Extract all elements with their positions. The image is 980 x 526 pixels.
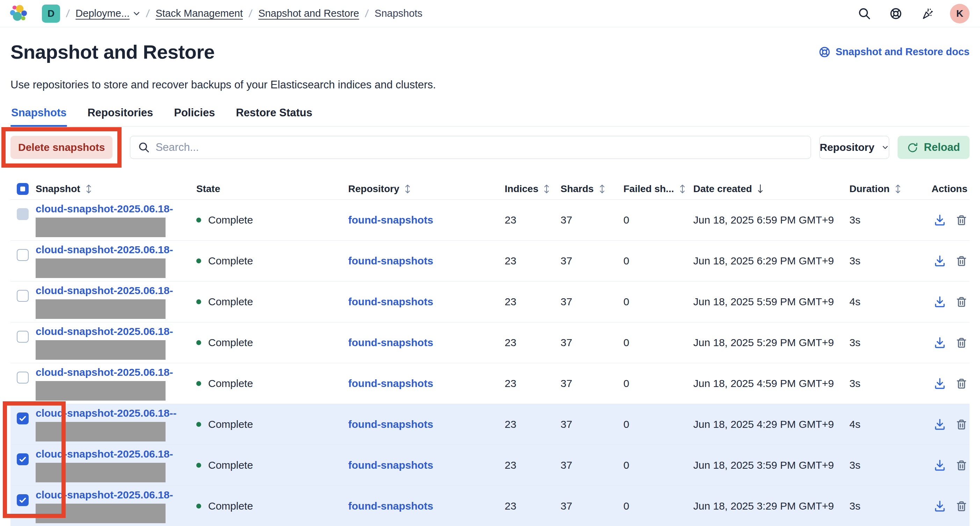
duration: 4s: [850, 281, 924, 322]
column-header-shards[interactable]: Shards: [560, 183, 624, 195]
row-checkbox[interactable]: [17, 494, 29, 506]
delete-icon[interactable]: [956, 418, 967, 430]
duration: 3s: [850, 200, 924, 240]
delete-icon[interactable]: [956, 378, 967, 389]
repository-link[interactable]: found-snapshots: [348, 214, 433, 226]
breadcrumb-separator: /: [364, 8, 369, 19]
table-row[interactable]: cloud-snapshot-2025.06.18- Complete foun…: [11, 200, 969, 241]
delete-snapshots-button[interactable]: Delete snapshots: [11, 136, 113, 159]
duration: 3s: [850, 445, 924, 485]
page-description: Use repositories to store and recover ba…: [11, 79, 969, 91]
download-icon[interactable]: [934, 500, 946, 512]
tab-policies[interactable]: Policies: [173, 106, 215, 126]
column-header-duration[interactable]: Duration: [850, 183, 924, 195]
shards-count: 37: [560, 363, 624, 404]
row-checkbox[interactable]: [17, 372, 29, 383]
download-icon[interactable]: [934, 255, 946, 267]
column-header-date[interactable]: Date created: [693, 183, 850, 195]
docs-link[interactable]: Snapshot and Restore docs: [819, 46, 969, 58]
repository-link[interactable]: found-snapshots: [348, 337, 433, 348]
row-checkbox[interactable]: [17, 413, 29, 424]
download-icon[interactable]: [934, 378, 946, 389]
help-icon: [819, 46, 830, 58]
repository-link[interactable]: found-snapshots: [348, 378, 433, 389]
row-checkbox[interactable]: [17, 331, 29, 343]
delete-icon[interactable]: [956, 337, 967, 348]
repository-link[interactable]: found-snapshots: [348, 500, 433, 512]
snapshot-link[interactable]: cloud-snapshot-2025.06.18-: [36, 489, 173, 501]
repository-link[interactable]: found-snapshots: [348, 255, 433, 267]
state-label: Complete: [208, 214, 253, 226]
table-row[interactable]: cloud-snapshot-2025.06.18-- Complete fou…: [11, 404, 969, 445]
column-header-repository[interactable]: Repository: [348, 183, 505, 195]
snapshot-link[interactable]: cloud-snapshot-2025.06.18-: [36, 203, 173, 215]
download-icon[interactable]: [934, 337, 946, 348]
snapshot-link[interactable]: cloud-snapshot-2025.06.18-: [36, 244, 173, 256]
snapshot-link[interactable]: cloud-snapshot-2025.06.18-: [36, 366, 173, 378]
news-icon[interactable]: [921, 7, 934, 20]
snapshot-link[interactable]: cloud-snapshot-2025.06.18-: [36, 326, 173, 337]
table-row[interactable]: cloud-snapshot-2025.06.18- Complete foun…: [11, 281, 969, 323]
indices-count: 23: [505, 281, 560, 322]
elastic-logo-icon[interactable]: [8, 4, 30, 24]
shards-count: 37: [560, 486, 624, 526]
reload-button[interactable]: Reload: [897, 136, 969, 159]
download-icon[interactable]: [934, 214, 946, 226]
tab-snapshots[interactable]: Snapshots: [11, 106, 67, 126]
redacted-snapshot-name: [36, 463, 165, 482]
row-checkbox[interactable]: [17, 453, 29, 465]
help-icon[interactable]: [889, 7, 902, 20]
tab-repositories[interactable]: Repositories: [87, 106, 154, 126]
column-header-snapshot[interactable]: Snapshot: [36, 183, 196, 195]
delete-icon[interactable]: [956, 500, 967, 512]
deployment-badge[interactable]: D: [42, 5, 60, 23]
table-row[interactable]: cloud-snapshot-2025.06.18- Complete foun…: [11, 241, 969, 281]
repository-link[interactable]: found-snapshots: [348, 459, 433, 471]
snapshot-link[interactable]: cloud-snapshot-2025.06.18--: [36, 407, 177, 419]
duration: 3s: [850, 486, 924, 526]
state-dot-icon: [196, 259, 201, 263]
check-icon: [18, 496, 27, 505]
table-row[interactable]: cloud-snapshot-2025.06.18- Complete foun…: [11, 486, 969, 526]
date-created: Jun 18, 2025 5:29 PM GMT+9: [693, 323, 850, 363]
row-checkbox[interactable]: [17, 290, 29, 302]
table-row[interactable]: cloud-snapshot-2025.06.18- Complete foun…: [11, 363, 969, 404]
shards-count: 37: [560, 323, 624, 363]
state-dot-icon: [196, 463, 201, 468]
date-created: Jun 18, 2025 3:29 PM GMT+9: [693, 486, 850, 526]
download-icon[interactable]: [934, 296, 946, 308]
delete-icon[interactable]: [956, 459, 967, 471]
breadcrumb-stack-management[interactable]: Stack Management: [156, 8, 243, 19]
reload-button-label: Reload: [924, 141, 960, 154]
row-checkbox[interactable]: [17, 249, 29, 261]
snapshots-toolbar: Delete snapshots Repository Reload: [11, 127, 969, 168]
delete-icon[interactable]: [956, 214, 967, 226]
chevron-down-icon: [881, 144, 889, 151]
column-header-label: Date created: [693, 183, 752, 195]
indices-count: 23: [505, 363, 560, 404]
search-icon[interactable]: [858, 7, 871, 20]
row-checkbox[interactable]: [17, 208, 29, 220]
tab-restore-status[interactable]: Restore Status: [235, 106, 313, 126]
snapshot-link[interactable]: cloud-snapshot-2025.06.18-: [36, 448, 173, 460]
duration: 3s: [850, 241, 924, 281]
select-all-checkbox[interactable]: [17, 183, 29, 195]
snapshot-link[interactable]: cloud-snapshot-2025.06.18-: [36, 284, 173, 297]
repository-link[interactable]: found-snapshots: [348, 296, 433, 308]
check-icon: [18, 414, 27, 423]
download-icon[interactable]: [934, 418, 946, 430]
download-icon[interactable]: [934, 459, 946, 471]
delete-icon[interactable]: [956, 255, 967, 267]
breadcrumb-snapshot-restore[interactable]: Snapshot and Restore: [258, 8, 360, 19]
delete-icon[interactable]: [956, 296, 967, 308]
table-row[interactable]: cloud-snapshot-2025.06.18- Complete foun…: [11, 323, 969, 363]
search-input[interactable]: [130, 136, 811, 159]
table-row[interactable]: cloud-snapshot-2025.06.18- Complete foun…: [11, 445, 969, 486]
repository-filter-button[interactable]: Repository: [819, 136, 889, 159]
column-header-failed[interactable]: Failed sh...: [624, 183, 693, 195]
breadcrumb-deployment[interactable]: Deployme...: [75, 8, 140, 19]
column-header-indices[interactable]: Indices: [505, 183, 560, 195]
repository-link[interactable]: found-snapshots: [348, 418, 433, 430]
user-avatar[interactable]: K: [950, 4, 969, 24]
state-dot-icon: [196, 504, 201, 509]
